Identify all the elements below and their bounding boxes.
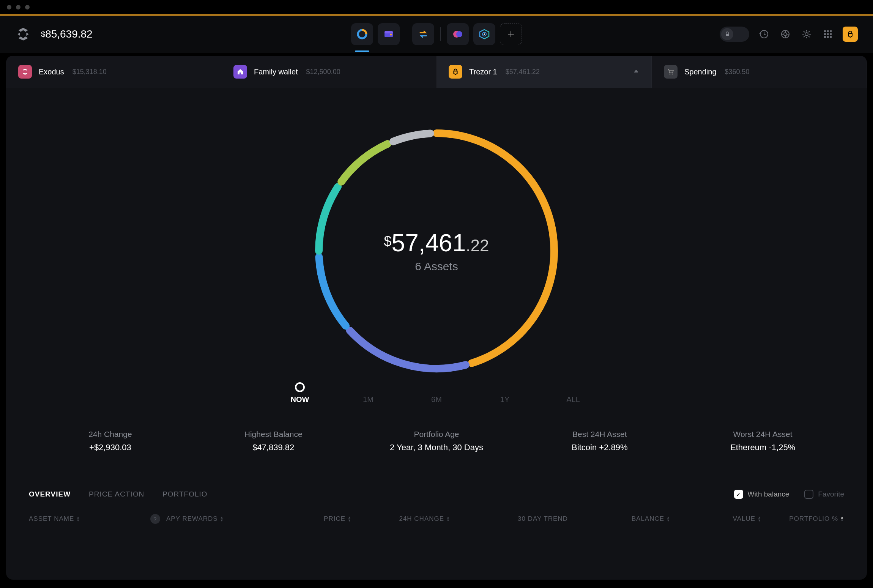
col-balance[interactable]: BALANCE▲▼ bbox=[568, 515, 670, 523]
apps-grid-icon[interactable] bbox=[821, 28, 834, 41]
nav-app1-icon[interactable] bbox=[447, 23, 469, 45]
col-apy-rewards[interactable]: ?APY REWARDS▲▼ bbox=[150, 514, 260, 524]
nav-swap-icon[interactable] bbox=[412, 23, 434, 45]
portfolio-donut-chart: $57,461.22 6 Assets bbox=[300, 114, 573, 388]
nav-add-button[interactable] bbox=[500, 23, 522, 45]
lock-toggle[interactable] bbox=[720, 27, 749, 42]
nav-app2-icon[interactable] bbox=[473, 23, 495, 45]
table-tab-portfolio[interactable]: PORTFOLIO bbox=[162, 490, 207, 498]
time-range-all[interactable]: ALL bbox=[564, 395, 583, 404]
svg-point-11 bbox=[805, 33, 808, 36]
svg-rect-14 bbox=[830, 30, 832, 32]
stat-item: 24h Change+$2,930.03 bbox=[29, 427, 192, 456]
exodus-icon bbox=[18, 65, 32, 79]
wallet-tab-name: Family wallet bbox=[254, 68, 298, 76]
asset-count: 6 Assets bbox=[384, 260, 489, 273]
col-30d-trend[interactable]: 30 DAY TREND bbox=[450, 515, 568, 523]
home-icon bbox=[233, 65, 247, 79]
col-portfolio-pct[interactable]: PORTFOLIO %▲▼ bbox=[761, 515, 844, 523]
wallet-tab-amount: $15,318.10 bbox=[72, 68, 107, 76]
donut-segment[interactable] bbox=[341, 144, 388, 182]
portfolio-value: $57,461.22 bbox=[384, 229, 489, 257]
col-price[interactable]: PRICE▲▼ bbox=[260, 515, 351, 523]
svg-rect-12 bbox=[824, 30, 826, 32]
wallet-tab-family-wallet[interactable]: Family wallet $12,500.00 bbox=[221, 56, 436, 88]
nav-wallet-icon[interactable] bbox=[378, 23, 400, 45]
time-range-1m[interactable]: 1M bbox=[359, 395, 378, 404]
time-range-1y[interactable]: 1Y bbox=[495, 395, 514, 404]
svg-point-10 bbox=[784, 33, 787, 36]
svg-rect-16 bbox=[827, 33, 829, 35]
app-logo-icon[interactable] bbox=[15, 26, 31, 42]
filter-label: With balance bbox=[748, 490, 789, 498]
trezor-icon bbox=[449, 65, 462, 79]
stat-value: Bitcoin +2.89% bbox=[518, 443, 681, 452]
svg-rect-15 bbox=[824, 33, 826, 35]
stat-item: Worst 24H AssetEthereum -1,25% bbox=[681, 427, 844, 456]
time-range-now[interactable]: NOW bbox=[290, 395, 309, 404]
wallet-tab-amount: $12,500.00 bbox=[306, 68, 340, 76]
col-value[interactable]: VALUE▲▼ bbox=[670, 515, 761, 523]
eject-icon[interactable] bbox=[633, 68, 639, 76]
help-icon[interactable]: ? bbox=[150, 514, 160, 524]
wallet-tab-exodus[interactable]: Exodus $15,318.10 bbox=[6, 56, 221, 88]
nav-portfolio-icon[interactable] bbox=[351, 23, 373, 45]
wallet-tab-name: Spending bbox=[684, 68, 717, 76]
wallet-tab-spending[interactable]: Spending $360.50 bbox=[652, 56, 867, 88]
donut-segment[interactable] bbox=[319, 187, 338, 251]
svg-rect-13 bbox=[827, 30, 829, 32]
table-tabs: OVERVIEWPRICE ACTIONPORTFOLIO bbox=[29, 490, 208, 498]
wallet-tab-amount: $360.50 bbox=[725, 68, 750, 76]
filter-with-balance[interactable]: ✓ With balance bbox=[734, 490, 789, 499]
stat-value: Ethereum -1,25% bbox=[681, 443, 844, 452]
wallet-tab-name: Trezor 1 bbox=[469, 68, 497, 76]
stat-label: Highest Balance bbox=[192, 430, 355, 439]
support-icon[interactable] bbox=[779, 28, 792, 41]
stat-label: Best 24H Asset bbox=[518, 430, 681, 439]
history-icon[interactable] bbox=[758, 28, 771, 41]
svg-rect-19 bbox=[827, 36, 829, 38]
wallet-tabs: Exodus $15,318.10 Family wallet $12,500.… bbox=[6, 56, 867, 88]
stat-item: Highest Balance$47,839.82 bbox=[192, 427, 355, 456]
asset-table-section: OVERVIEWPRICE ACTIONPORTFOLIO ✓ With bal… bbox=[6, 474, 867, 528]
svg-rect-7 bbox=[726, 34, 729, 36]
stat-label: 24h Change bbox=[29, 430, 192, 439]
settings-icon[interactable] bbox=[800, 28, 813, 41]
time-range-6m[interactable]: 6M bbox=[427, 395, 446, 404]
svg-point-22 bbox=[672, 74, 673, 75]
nav-divider bbox=[406, 27, 406, 41]
close-window-button[interactable] bbox=[7, 5, 11, 9]
total-balance: $85,639.82 bbox=[41, 28, 93, 40]
checkbox-icon bbox=[804, 490, 813, 499]
window-titlebar bbox=[0, 0, 873, 14]
hardware-wallet-badge[interactable] bbox=[843, 27, 858, 42]
checkbox-checked-icon: ✓ bbox=[734, 490, 743, 499]
svg-point-5 bbox=[456, 31, 462, 37]
minimize-window-button[interactable] bbox=[16, 5, 20, 9]
svg-rect-18 bbox=[824, 36, 826, 38]
filter-favorite[interactable]: Favorite bbox=[804, 490, 844, 499]
app-header: $85,639.82 bbox=[0, 16, 873, 53]
donut-segment[interactable] bbox=[350, 331, 466, 369]
col-24h-change[interactable]: 24H CHANGE▲▼ bbox=[351, 515, 450, 523]
trezor-icon bbox=[846, 30, 854, 38]
table-header: ASSET NAME▲▼ ?APY REWARDS▲▼ PRICE▲▼ 24H … bbox=[29, 514, 844, 528]
donut-segment[interactable] bbox=[393, 133, 430, 141]
cart-icon bbox=[664, 65, 678, 79]
stat-label: Portfolio Age bbox=[355, 430, 518, 439]
time-range-selector: NOW1M6M1YALL bbox=[290, 395, 583, 404]
col-asset-name[interactable]: ASSET NAME▲▼ bbox=[29, 515, 150, 523]
table-tab-price-action[interactable]: PRICE ACTION bbox=[89, 490, 144, 498]
nav-divider bbox=[440, 27, 441, 41]
maximize-window-button[interactable] bbox=[25, 5, 30, 9]
wallet-tab-trezor-1[interactable]: Trezor 1 $57,461.22 bbox=[436, 56, 652, 88]
stat-value: +$2,930.03 bbox=[29, 443, 192, 452]
svg-rect-17 bbox=[830, 33, 832, 35]
stat-item: Best 24H AssetBitcoin +2.89% bbox=[518, 427, 681, 456]
donut-segment[interactable] bbox=[319, 257, 346, 326]
table-tab-overview[interactable]: OVERVIEW bbox=[29, 490, 71, 498]
filter-label: Favorite bbox=[818, 490, 844, 498]
wallet-tab-amount: $57,461.22 bbox=[506, 68, 540, 76]
main-nav bbox=[351, 23, 522, 45]
stat-value: 2 Year, 3 Month, 30 Days bbox=[355, 443, 518, 452]
